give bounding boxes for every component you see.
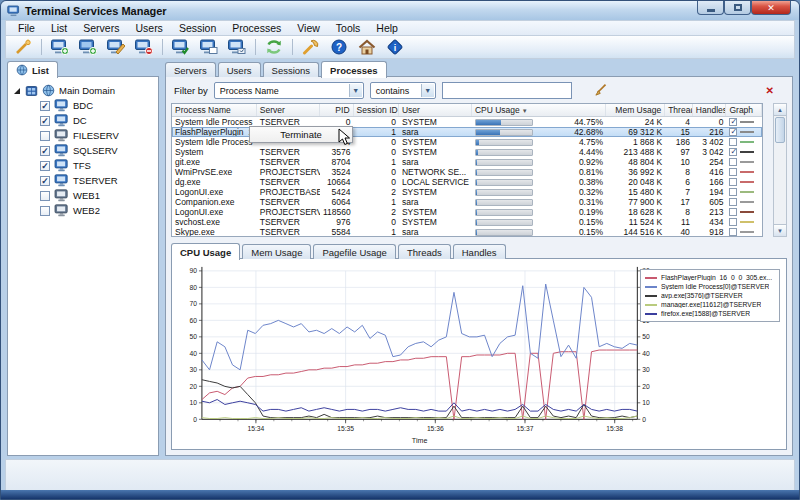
column-header-session-id[interactable]: Session ID	[354, 104, 399, 116]
table-scrollbar[interactable]: ▲ ▼	[773, 103, 787, 237]
minimize-button[interactable]	[697, 1, 724, 15]
column-header-handles[interactable]: Handles	[693, 104, 727, 116]
checkbox-web1[interactable]	[40, 191, 50, 201]
column-header-threads[interactable]: Threads	[665, 104, 693, 116]
table-row[interactable]: SystemTSERVER35760SYSTEM4.44%213 488 K97…	[172, 147, 762, 157]
menu-tools[interactable]: Tools	[328, 21, 369, 35]
menu-view[interactable]: View	[289, 21, 328, 35]
menu-users[interactable]: Users	[127, 21, 170, 35]
menu-session[interactable]: Session	[171, 21, 224, 35]
close-filter-icon[interactable]: ✕	[766, 85, 774, 96]
menu-processes[interactable]: Processes	[224, 21, 289, 35]
add-server-icon[interactable]	[47, 37, 73, 57]
tree-item-tfs[interactable]: ✓TFS	[40, 158, 156, 173]
filter-field-select[interactable]: Process Name ▼	[214, 82, 364, 99]
cpu-usage-bar	[475, 149, 533, 156]
filter-text-input[interactable]	[442, 82, 572, 99]
tree-item-fileserv[interactable]: FILESERV	[40, 128, 156, 143]
checkbox-bdc[interactable]: ✓	[40, 101, 50, 111]
column-header-pid[interactable]: PID	[320, 104, 354, 116]
tab-processes[interactable]: Processes	[321, 61, 387, 78]
server-options-icon[interactable]	[224, 37, 250, 57]
connect-server-icon[interactable]	[168, 37, 194, 57]
column-header-server[interactable]: Server	[257, 104, 320, 116]
graph-checkbox[interactable]	[729, 228, 737, 236]
tree-item-tserver[interactable]: ✓TSERVER	[40, 173, 156, 188]
maximize-button[interactable]	[724, 1, 751, 15]
column-header-graph[interactable]: Graph	[726, 104, 762, 116]
tab-list[interactable]: List	[7, 61, 58, 78]
close-button[interactable]: ✕	[751, 1, 791, 15]
cpu-usage-value: 4.75%	[537, 137, 603, 147]
window-server-icon[interactable]	[196, 37, 222, 57]
table-row[interactable]: Skype.exeTSERVER55841sara0.15%144 516 K4…	[172, 227, 762, 237]
server-monitor-icon	[54, 129, 69, 142]
filter-operator-select[interactable]: contains ▼	[370, 82, 436, 99]
chart-tab-threads[interactable]: Threads	[398, 244, 451, 259]
tab-sessions[interactable]: Sessions	[263, 62, 320, 77]
menu-help[interactable]: Help	[368, 21, 406, 35]
tree-item-sqlserv[interactable]: ✓SQLSERV	[40, 143, 156, 158]
checkbox-tfs[interactable]: ✓	[40, 161, 50, 171]
scroll-up-icon[interactable]: ▲	[774, 104, 786, 116]
table-row[interactable]: LogonUI.exePROJECTBASES54242SYSTEM0.32%1…	[172, 187, 762, 197]
graph-checkbox[interactable]	[729, 198, 737, 206]
help-icon[interactable]: ?	[326, 37, 352, 57]
column-header-cpu-usage[interactable]: CPU Usage▼	[472, 104, 606, 116]
graph-checkbox[interactable]: ✓	[729, 128, 737, 136]
menu-list[interactable]: List	[43, 21, 75, 35]
column-header-user[interactable]: User	[399, 104, 472, 116]
clear-filter-broom-icon[interactable]	[594, 82, 610, 100]
checkbox-web2[interactable]	[40, 206, 50, 216]
context-menu-item-terminate[interactable]: Terminate	[280, 129, 322, 140]
graph-checkbox[interactable]	[729, 158, 737, 166]
table-row[interactable]: svchost.exeTSERVER9760SYSTEM0.15%11 524 …	[172, 217, 762, 227]
checkbox-fileserv[interactable]	[40, 131, 50, 141]
table-row[interactable]: LogonUI.exePROJECTSERVER1185602SYSTEM0.1…	[172, 207, 762, 217]
chart-tab-pagefile-usage[interactable]: Pagefile Usage	[313, 244, 395, 259]
checkbox-tserver[interactable]: ✓	[40, 176, 50, 186]
table-row[interactable]: WmiPrvSE.exePROJECTSERVER35240NETWORK SE…	[172, 167, 762, 177]
menu-servers[interactable]: Servers	[75, 21, 127, 35]
remove-server-icon[interactable]	[131, 37, 157, 57]
table-row[interactable]: dg.exeTSERVER106640LOCAL SERVICE0.38%20 …	[172, 177, 762, 187]
column-header-mem-usage[interactable]: Mem Usage	[606, 104, 665, 116]
add-group-icon[interactable]	[75, 37, 101, 57]
refresh-icon[interactable]	[261, 37, 287, 57]
expander-icon[interactable]	[14, 88, 20, 94]
tree-item-dc[interactable]: ✓DC	[40, 113, 156, 128]
cell-user: SYSTEM	[399, 217, 472, 227]
chart-tab-handles[interactable]: Handles	[453, 244, 506, 259]
column-header-process-name[interactable]: Process Name	[172, 104, 257, 116]
graph-checkbox[interactable]	[729, 178, 737, 186]
tree-root-main-domain[interactable]: Main Domain	[14, 83, 156, 98]
scroll-down-icon[interactable]: ▼	[774, 224, 786, 236]
checkbox-sqlserv[interactable]: ✓	[40, 146, 50, 156]
table-header: Process NameServerPIDSession IDUserCPU U…	[172, 104, 762, 117]
chart-tab-mem-usage[interactable]: Mem Usage	[242, 244, 311, 259]
graph-checkbox[interactable]: ✓	[729, 118, 737, 126]
tab-servers[interactable]: Servers	[165, 62, 216, 77]
edit-server-icon[interactable]	[103, 37, 129, 57]
chart-tab-cpu-usage[interactable]: CPU Usage	[171, 243, 240, 260]
wand-icon[interactable]	[10, 37, 36, 57]
scrollbar-thumb[interactable]	[775, 117, 785, 143]
graph-checkbox[interactable]	[729, 218, 737, 226]
table-row[interactable]: Companion.exeTSERVER60641sara0.31%77 900…	[172, 197, 762, 207]
graph-checkbox[interactable]	[729, 188, 737, 196]
graph-checkbox[interactable]	[729, 208, 737, 216]
tree-item-web1[interactable]: WEB1	[40, 188, 156, 203]
tab-users[interactable]: Users	[218, 62, 261, 77]
about-icon[interactable]: i	[382, 37, 408, 57]
table-row[interactable]: git.exeTSERVER87041sara0.92%48 804 K1025…	[172, 157, 762, 167]
cell-threads: 40	[665, 227, 693, 237]
settings-wrench-icon[interactable]	[298, 37, 324, 57]
checkbox-dc[interactable]: ✓	[40, 116, 50, 126]
graph-checkbox[interactable]: ✓	[729, 148, 737, 156]
graph-checkbox[interactable]	[729, 138, 737, 146]
graph-checkbox[interactable]	[729, 168, 737, 176]
menu-file[interactable]: File	[10, 21, 43, 35]
home-icon[interactable]	[354, 37, 380, 57]
tree-item-web2[interactable]: WEB2	[40, 203, 156, 218]
tree-item-bdc[interactable]: ✓BDC	[40, 98, 156, 113]
